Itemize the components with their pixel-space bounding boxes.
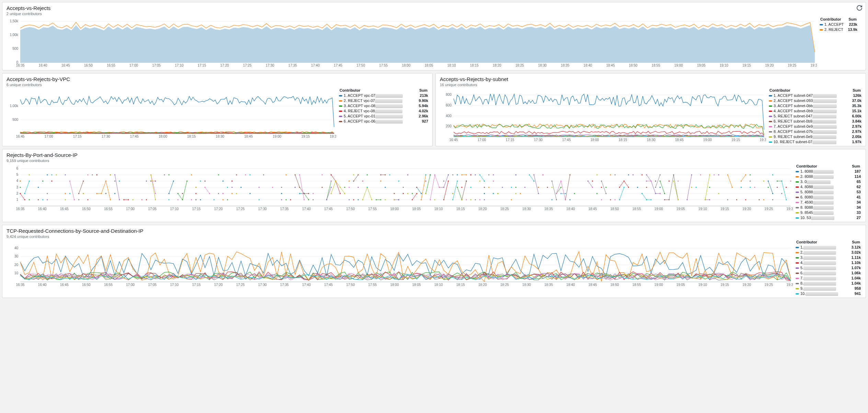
svg-text:1: 1: [16, 198, 18, 202]
legend-label: 3.: [800, 255, 848, 260]
svg-text:19:10: 19:10: [698, 207, 707, 211]
legend-row[interactable]: 7. 1.04k: [796, 276, 861, 281]
svg-point-377: [331, 181, 332, 182]
svg-point-455: [425, 193, 426, 194]
refresh-icon[interactable]: [857, 5, 862, 11]
legend-row[interactable]: 5. 8088 53: [796, 190, 861, 195]
svg-point-399: [700, 174, 701, 175]
legend-row[interactable]: 9. 8545 33: [796, 210, 861, 215]
redacted-text: [813, 130, 837, 134]
legend-row[interactable]: 2. 8088 114: [796, 174, 861, 179]
svg-text:19:30: 19:30: [760, 138, 766, 142]
legend-row[interactable]: 8. ACCEPT subnet-07b 2.97k: [769, 129, 861, 134]
legend-row[interactable]: 5. 1.07k: [796, 265, 861, 271]
legend-row[interactable]: 10. REJECT subnet-07 1.97k: [769, 139, 861, 145]
svg-point-461: [497, 193, 498, 194]
legend-row[interactable]: 9. REJECT subnet-0e9 2.05k: [769, 134, 861, 139]
legend-swatch: [796, 247, 799, 248]
legend-label: 2. REJECT: [824, 27, 845, 32]
chart-area[interactable]: 12345616:3516:4016:4516:5016:5517:0017:0…: [7, 164, 793, 212]
svg-text:17:50: 17:50: [356, 64, 365, 67]
legend-row[interactable]: 2. 3.02k: [796, 250, 861, 255]
legend-row[interactable]: 10. 941: [796, 291, 861, 296]
svg-point-460: [479, 181, 480, 182]
legend-row[interactable]: 1. 8088 187: [796, 169, 861, 174]
legend-label: 2. 8088: [800, 174, 852, 179]
svg-point-413: [312, 199, 313, 200]
svg-point-245: [51, 181, 52, 182]
legend-row[interactable]: 3. ACCEPT subnet-0bb 35.3k: [769, 103, 861, 108]
legend-row[interactable]: 3. ACCEPT vpc-08 5.94k: [339, 103, 428, 108]
legend-row[interactable]: 4. 1.10k: [796, 260, 861, 265]
svg-point-400: [713, 174, 715, 175]
legend-row[interactable]: 4. 8088 62: [796, 184, 861, 190]
chart-area[interactable]: 05001.00k1.50k16:3516:4016:4516:5016:551…: [7, 17, 817, 69]
legend-row[interactable]: 3. 0 65: [796, 179, 861, 184]
svg-point-229: [515, 187, 516, 188]
redacted-text: [813, 191, 834, 194]
svg-text:18:40: 18:40: [566, 207, 575, 211]
svg-text:19:30: 19:30: [786, 283, 793, 287]
legend-label: 1. ACCEPT vpc-07: [344, 93, 417, 98]
legend: ContributorSum 1. ACCEPT subnet-047 126k…: [769, 88, 861, 145]
legend-row[interactable]: 1. 3.12k: [796, 245, 861, 250]
legend-swatch: [796, 186, 799, 188]
legend-row[interactable]: 4. ACCEPT subnet-0b9 15.1k: [769, 108, 861, 114]
legend-sum: 3.12k: [851, 245, 861, 250]
svg-point-334: [322, 187, 323, 188]
panel-tcp-connections-by-src-dst-ip: TCP-Requested-Connections-by-Source-and-…: [2, 225, 866, 298]
legend-sum: 3.02k: [851, 250, 861, 255]
svg-point-278: [47, 199, 48, 200]
legend-row[interactable]: 9. 958: [796, 286, 861, 291]
panel-subtitle: 2 unique contributors: [7, 12, 861, 16]
svg-text:18:30: 18:30: [522, 283, 531, 287]
svg-point-508: [696, 187, 697, 188]
svg-point-392: [592, 187, 593, 188]
legend-row[interactable]: 3. 1.11k: [796, 255, 861, 260]
legend-row[interactable]: 6. ACCEPT vpc-06 927: [339, 119, 428, 124]
svg-text:18:35: 18:35: [561, 64, 569, 67]
svg-text:17:05: 17:05: [152, 64, 161, 67]
svg-text:16:45: 16:45: [16, 135, 24, 138]
svg-text:19:00: 19:00: [654, 207, 663, 211]
legend-row[interactable]: 8. 1.04k: [796, 281, 861, 286]
legend-row[interactable]: 6. 1.06k: [796, 271, 861, 276]
legend-sum: 126k: [853, 93, 861, 98]
legend-row[interactable]: 10. 53 27: [796, 215, 861, 220]
svg-text:16:35: 16:35: [16, 207, 24, 211]
legend-sum: 34: [857, 205, 861, 210]
svg-point-177: [222, 199, 224, 200]
legend-row[interactable]: 2. REJECT vpc-07 9.90k: [339, 98, 428, 103]
svg-text:16:45: 16:45: [61, 64, 70, 67]
legend-row[interactable]: 7. ACCEPT subnet-0e9 2.97k: [769, 124, 861, 129]
legend-row[interactable]: 6. REJECT subnet-0b9 3.84k: [769, 119, 861, 124]
svg-point-480: [168, 199, 169, 200]
legend-row[interactable]: 2. REJECT 13.9k: [820, 27, 857, 32]
legend-row[interactable]: 5. REJECT subnet-047 6.00k: [769, 114, 861, 119]
svg-point-402: [790, 181, 791, 182]
legend-label: 7.: [800, 276, 848, 281]
legend-row[interactable]: 8. 8088 34: [796, 205, 861, 210]
legend-row[interactable]: 1. ACCEPT 223k: [820, 22, 857, 27]
svg-point-232: [574, 193, 575, 194]
legend-sum: 213k: [420, 93, 428, 98]
svg-point-199: [29, 199, 30, 200]
svg-text:19:30: 19:30: [786, 207, 793, 211]
legend-row[interactable]: 6. 8080 41: [796, 195, 861, 200]
svg-text:10: 10: [14, 271, 19, 275]
legend-row[interactable]: 7. 4590 34: [796, 200, 861, 205]
chart-area[interactable]: 5001.00k16:4517:0017:1517:3017:4518:0018…: [7, 88, 336, 140]
svg-point-188: [511, 199, 512, 200]
legend-row[interactable]: 1. ACCEPT subnet-047 126k: [769, 93, 861, 98]
legend-row[interactable]: 1. ACCEPT vpc-07 213k: [339, 93, 428, 98]
legend-row[interactable]: 2. ACCEPT subnet-093 37.0k: [769, 98, 861, 103]
legend-row[interactable]: 5. ACCEPT vpc-01 2.96k: [339, 114, 428, 119]
redacted-text: [375, 99, 402, 103]
chart-area[interactable]: 1020304016:3516:4016:4516:5016:5517:0017…: [7, 240, 793, 288]
svg-point-393: [601, 199, 602, 200]
legend-row[interactable]: 4. REJECT vpc-08 4.02k: [339, 108, 428, 114]
svg-point-160: [637, 187, 638, 188]
svg-point-442: [195, 187, 196, 188]
legend-swatch: [796, 267, 799, 269]
chart-area[interactable]: 20040060080016:4517:0017:1517:3017:4518:…: [440, 88, 766, 143]
